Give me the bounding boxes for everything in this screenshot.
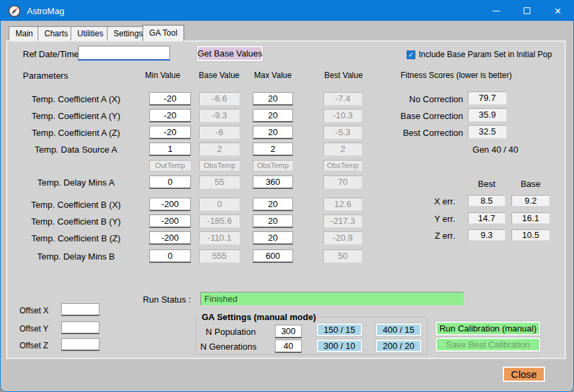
col-header-base: Base Value	[192, 71, 246, 80]
err-base-field: 9.2	[511, 195, 550, 206]
min-value-input[interactable]	[149, 231, 191, 245]
n-population-input[interactable]	[275, 325, 302, 338]
n-generations-label: N Generations	[200, 342, 257, 352]
parameters-section-label: Parameters	[23, 71, 68, 81]
max-value-input[interactable]	[253, 249, 293, 263]
tab-charts[interactable]: Charts	[38, 26, 75, 40]
run-calibration-button[interactable]: Run Calibration (manual)	[436, 321, 540, 336]
offset-x-label: Offset X	[19, 306, 48, 315]
n-generations-input[interactable]	[275, 340, 302, 353]
app-window: AstroMag ✕ Main Charts Utilities Setting…	[0, 0, 574, 392]
form-bottom-strip	[1, 359, 573, 392]
max-value-input[interactable]	[253, 175, 293, 189]
best-value-field: -217.3	[323, 214, 362, 228]
preset-150-15-button[interactable]: 150 / 15	[317, 323, 362, 336]
run-status-label: Run Status :	[128, 295, 191, 305]
preset-200-20-button[interactable]: 200 / 20	[376, 340, 421, 352]
fitness-value-field: 35.9	[468, 108, 507, 122]
param-row-label: Temp. Data Source A	[17, 145, 135, 155]
best-value-field: -10.3	[323, 109, 362, 122]
tab-main[interactable]: Main	[9, 26, 40, 40]
include-base-param-label: Include Base Param Set in Initial Pop	[419, 50, 552, 59]
offset-y-input[interactable]	[61, 321, 99, 334]
param-row-label: Temp. Coefficient A (Z)	[17, 128, 135, 138]
err-row-label: Z err.	[424, 231, 455, 241]
min-value-input[interactable]	[149, 214, 191, 228]
err-col-best-header: Best	[468, 179, 505, 189]
err-best-field: 8.5	[468, 195, 505, 206]
max-value-input[interactable]	[253, 143, 293, 156]
best-value-field: 50	[323, 249, 362, 263]
param-row-label: Temp. Coefficient B (X)	[17, 200, 135, 210]
ga-settings-title: GA Settings (manual mode)	[200, 312, 318, 322]
err-row-label: X err.	[424, 196, 455, 206]
col-header-max: Max Value	[249, 71, 296, 80]
offset-z-input[interactable]	[61, 338, 99, 351]
ref-datetime-input[interactable]	[78, 46, 170, 61]
base-value-field: -6	[199, 126, 240, 139]
param-row-label: Temp. Delay Mins B	[17, 251, 135, 262]
offset-z-label: Offset Z	[19, 341, 48, 350]
temp-source-field: ObsTemp	[253, 160, 293, 171]
title-bar: AstroMag ✕	[1, 1, 573, 21]
fitness-scores-header: Fitness Scores (lower is better)	[401, 71, 511, 80]
best-value-field: -7.4	[323, 92, 362, 106]
err-best-field: 9.3	[468, 229, 505, 241]
checkbox-check-icon: ✓	[407, 50, 415, 59]
max-value-input[interactable]	[253, 126, 293, 139]
err-row-label: Y err.	[424, 214, 455, 224]
max-value-input[interactable]	[253, 92, 293, 106]
minimize-icon	[493, 11, 500, 11]
max-value-input[interactable]	[253, 214, 293, 228]
preset-300-10-button[interactable]: 300 / 10	[317, 340, 362, 352]
min-value-input[interactable]	[149, 249, 191, 263]
tab-utilities[interactable]: Utilities	[71, 26, 110, 40]
best-value-field: 70	[323, 175, 362, 189]
close-window-button[interactable]: ✕	[542, 1, 573, 21]
max-value-input[interactable]	[253, 109, 293, 122]
min-value-input[interactable]	[149, 198, 191, 211]
max-value-input[interactable]	[253, 198, 293, 211]
best-value-field: -20.9	[323, 231, 362, 245]
close-icon: ✕	[555, 7, 562, 15]
base-value-field: 0	[199, 198, 240, 211]
err-col-base-header: Base	[511, 179, 550, 189]
compass-icon	[8, 5, 21, 17]
param-row-label: Temp. Coefficient B (Z)	[17, 233, 135, 243]
maximize-icon	[524, 7, 530, 14]
run-status-field: Finished	[200, 292, 464, 306]
preset-400-15-button[interactable]: 400 / 15	[376, 323, 421, 336]
param-row-label: Temp. Coefficient B (Y)	[17, 217, 135, 227]
max-value-input[interactable]	[253, 231, 293, 245]
fitness-value-field: 79.7	[468, 91, 507, 105]
min-value-input[interactable]	[149, 92, 191, 106]
min-value-input[interactable]	[149, 109, 191, 122]
base-value-field: -110.1	[199, 231, 240, 245]
get-base-values-button[interactable]: Get Base Values	[197, 46, 263, 61]
base-value-field: -185.6	[199, 214, 240, 228]
fitness-row-label: Best Correction	[377, 128, 463, 138]
fitness-row-label: Base Correction	[377, 111, 463, 121]
minimize-button[interactable]	[481, 1, 511, 21]
tab-ga-tool[interactable]: GA Tool	[142, 25, 184, 41]
offset-y-label: Offset Y	[19, 324, 48, 334]
maximize-button[interactable]	[511, 1, 542, 21]
base-value-field: 55	[199, 175, 240, 189]
temp-source-field: ObsTemp	[199, 160, 240, 171]
save-best-calibration-button[interactable]: Save Best Calibration	[436, 338, 540, 352]
best-value-field: 12.6	[323, 198, 362, 211]
min-value-input[interactable]	[149, 126, 191, 139]
min-value-input[interactable]	[149, 175, 191, 189]
generation-counter: Gen 40 / 40	[468, 145, 522, 155]
window-controls: ✕	[481, 1, 573, 21]
n-population-label: N Population	[206, 327, 255, 337]
fitness-row-label: No Correction	[377, 94, 463, 104]
err-base-field: 16.1	[511, 212, 550, 224]
temp-source-field: OutTemp	[149, 160, 191, 171]
min-value-input[interactable]	[149, 143, 191, 156]
close-button[interactable]: Close	[503, 366, 545, 382]
include-base-param-checkbox[interactable]: ✓ Include Base Param Set in Initial Pop	[407, 50, 552, 59]
offset-x-input[interactable]	[61, 303, 99, 316]
window-title: AstroMag	[27, 6, 481, 16]
best-value-field: -5.3	[323, 126, 362, 139]
